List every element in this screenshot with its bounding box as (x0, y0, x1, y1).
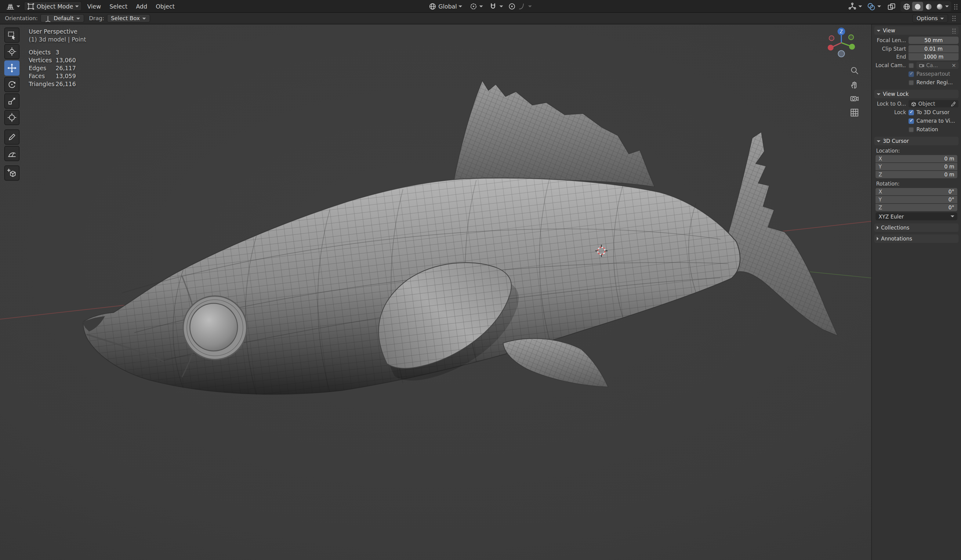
clip-end-field[interactable]: 1000 m (908, 53, 959, 61)
show-overlays-toggle[interactable] (866, 2, 882, 11)
camera-to-view-row: Camera to Vi... (874, 117, 959, 125)
header-right (847, 0, 958, 13)
show-gizmos-toggle[interactable] (847, 2, 863, 11)
cursor-rotation-x-field[interactable]: X 0° (876, 188, 957, 195)
panel-collections-header[interactable]: Collections (874, 223, 959, 232)
gizmo-y-neg-axis[interactable] (849, 35, 853, 40)
local-camera-checkbox[interactable] (908, 63, 914, 68)
gizmo-y-axis[interactable] (849, 43, 855, 50)
menu-view[interactable]: View (83, 2, 105, 11)
toolbar (4, 27, 19, 181)
header-left: Object Mode View Select Add Object (4, 1, 179, 11)
zoom-icon[interactable] (850, 66, 859, 75)
options-label: Options (917, 15, 938, 21)
proportional-falloff-dropdown[interactable] (517, 2, 533, 11)
chevron-down-icon (877, 30, 881, 31)
local-camera-value: Ca... (926, 62, 950, 68)
tool-measure[interactable] (4, 146, 19, 161)
menu-object[interactable]: Object (151, 2, 179, 11)
orientation-dropdown[interactable]: Default (40, 14, 84, 22)
to-3d-cursor-checkbox[interactable] (908, 109, 914, 115)
camera-to-view-checkbox[interactable] (908, 118, 914, 124)
viewport-header: Object Mode View Select Add Object Globa… (0, 0, 961, 13)
rotation-mode-dropdown[interactable]: XYZ Euler (876, 212, 957, 220)
gizmo-x-neg-axis[interactable] (829, 36, 834, 40)
proportional-editing-toggle[interactable] (507, 2, 517, 11)
gizmo-x-axis[interactable] (828, 45, 833, 50)
transform-orientation-dropdown[interactable]: Global (426, 2, 465, 11)
local-camera-field[interactable]: Ca... (916, 62, 959, 69)
panel-3d-cursor-header[interactable]: 3D Cursor (874, 137, 959, 145)
panel-drag-handle[interactable] (952, 28, 956, 33)
panel-annotations-title: Annotations (881, 236, 912, 242)
mode-selector-label: Object Mode (37, 3, 73, 10)
pan-hand-icon[interactable] (850, 80, 859, 89)
shading-mode-group (900, 1, 951, 11)
tool-cursor[interactable] (4, 44, 19, 59)
shading-solid-button[interactable] (912, 2, 923, 11)
transform-pivot-dropdown[interactable] (468, 2, 486, 11)
lock-object-field[interactable]: Object (908, 100, 959, 108)
shading-material-button[interactable] (923, 2, 934, 11)
clear-icon[interactable] (951, 62, 956, 68)
region-corner-handle[interactable] (954, 3, 958, 10)
scale-tool-icon (7, 96, 16, 106)
chevron-down-icon (877, 5, 881, 7)
cursor-rotation-y-field[interactable]: Y 0° (876, 196, 957, 203)
panel-view: View Focal Len... 50 mm Clip Start 0.01 … (874, 26, 959, 87)
ortho-grid-icon[interactable] (850, 108, 859, 117)
viewport-3d-canvas[interactable] (0, 0, 961, 560)
measure-tool-icon (7, 149, 16, 158)
lock-object-label: Lock to O... (876, 101, 906, 107)
drag-mode-dropdown[interactable]: Select Box (106, 14, 150, 22)
panel-view-lock: View Lock Lock to O... Object (874, 90, 959, 134)
chevron-down-icon (459, 5, 463, 7)
chevron-down-icon (877, 93, 881, 95)
cursor-location-x-field[interactable]: X 0 m (876, 155, 957, 162)
transform-orientation-label: Global (439, 3, 457, 10)
orientation-globe-icon (429, 2, 437, 10)
snapping-toggle[interactable] (488, 2, 498, 11)
render-region-checkbox[interactable] (908, 80, 914, 85)
passepartout-checkbox[interactable] (908, 71, 914, 77)
lock-rotation-checkbox[interactable] (908, 127, 914, 132)
navigation-gizmo[interactable]: Z (824, 25, 859, 63)
options-button[interactable]: Options (913, 14, 948, 22)
region-corner-handle[interactable] (952, 15, 956, 21)
lock-label: Lock (876, 109, 906, 116)
drag-label: Drag: (89, 15, 104, 21)
shading-wireframe-button[interactable] (901, 2, 912, 11)
tool-annotate[interactable] (4, 129, 19, 144)
transform-tool-icon (7, 113, 16, 122)
menu-select[interactable]: Select (105, 2, 132, 11)
axis-label: X (879, 189, 882, 195)
gizmo-z-neg-axis[interactable] (838, 51, 845, 57)
clip-start-field[interactable]: 0.01 m (908, 45, 959, 52)
tool-add-cube[interactable] (4, 165, 19, 181)
panel-annotations-header[interactable]: Annotations (874, 234, 959, 243)
tool-rotate[interactable] (4, 77, 19, 92)
focal-length-field[interactable]: 50 mm (908, 37, 959, 44)
menu-add[interactable]: Add (132, 2, 151, 11)
cursor-location-y-field[interactable]: Y 0 m (876, 163, 957, 170)
xray-toggle[interactable] (885, 2, 898, 11)
cursor-location-z-field[interactable]: Z 0 m (876, 171, 957, 178)
tool-select-box[interactable] (4, 27, 19, 43)
panel-view-title: View (883, 27, 895, 34)
shading-rendered-button[interactable] (934, 2, 951, 11)
sidebar: View Focal Len... 50 mm Clip Start 0.01 … (871, 24, 961, 560)
editor-type-selector[interactable] (4, 1, 22, 11)
axis-value: 0° (948, 197, 954, 203)
cursor-rotation-z-field[interactable]: Z 0° (876, 204, 957, 211)
panel-view-header[interactable]: View (874, 26, 959, 35)
eyedropper-icon[interactable] (951, 101, 956, 106)
mode-selector[interactable]: Object Mode (24, 1, 82, 11)
tool-transform[interactable] (4, 110, 19, 125)
clip-end-row: End 1000 m (874, 53, 959, 61)
camera-view-icon[interactable] (850, 94, 859, 103)
tool-move[interactable] (4, 61, 19, 76)
tool-scale[interactable] (4, 93, 19, 109)
panel-view-lock-header[interactable]: View Lock (874, 90, 959, 98)
focal-length-label: Focal Len... (876, 37, 906, 43)
snapping-dropdown[interactable] (498, 2, 505, 11)
